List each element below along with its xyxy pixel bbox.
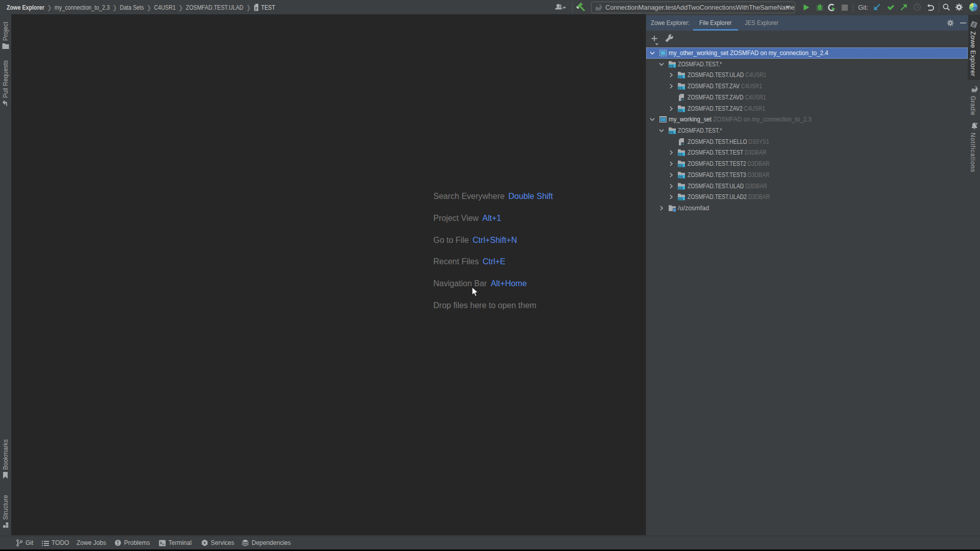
svg-text:DS: DS [669,131,674,134]
svg-text:DS: DS [678,175,683,179]
svg-text:DS: DS [678,186,683,189]
svg-text:DS: DS [678,75,683,79]
svg-text:DS: DS [678,197,683,201]
svg-text:DS: DS [681,143,684,145]
svg-text:DS: DS [678,164,683,167]
svg-text:DS: DS [678,153,683,156]
svg-text:DS: DS [669,64,674,67]
svg-text:DS: DS [678,108,683,112]
svg-text:DS: DS [678,86,683,90]
svg-text:DS: DS [681,98,684,101]
